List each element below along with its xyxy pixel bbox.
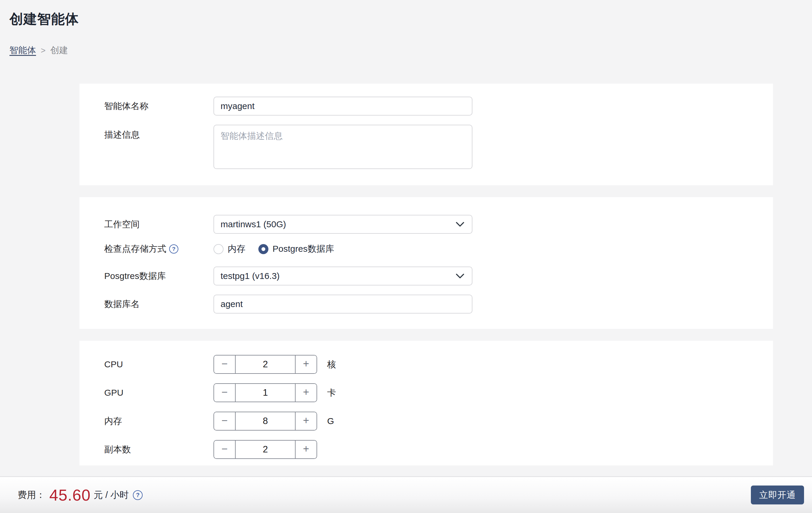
workspace-select[interactable]: martinws1 (50G): [213, 215, 472, 234]
fee-value: 45.60: [49, 486, 91, 504]
workspace-label: 工作空间: [104, 218, 140, 231]
postgres-db-label: Posgtres数据库: [104, 270, 166, 282]
checkpoint-storage-row: 检查点存储方式 ? 内存 Postgres数据库: [80, 243, 773, 255]
dbname-label: 数据库名: [104, 298, 140, 310]
breadcrumb-separator: >: [41, 46, 46, 55]
memory-decrement-button[interactable]: −: [214, 412, 235, 430]
storage-card: 工作空间 martinws1 (50G) 检查点存储方式 ? 内存: [80, 197, 773, 329]
agent-name-input[interactable]: [213, 97, 472, 115]
replicas-stepper: − 2 +: [213, 440, 317, 459]
cpu-decrement-button[interactable]: −: [214, 355, 235, 373]
replicas-increment-button[interactable]: +: [296, 440, 317, 458]
basic-info-card: 智能体名称 描述信息: [80, 84, 773, 185]
fee-label: 费用：: [18, 489, 45, 501]
fee-help-icon[interactable]: ?: [133, 490, 143, 500]
submit-button[interactable]: 立即开通: [751, 486, 804, 505]
cpu-stepper: − 2 +: [213, 355, 317, 374]
footer-bar: 费用： 45.60 元 / 小时 ? 立即开通: [0, 476, 812, 513]
workspace-row: 工作空间 martinws1 (50G): [80, 215, 773, 234]
postgres-selected-value: testpg1 (v16.3): [221, 271, 280, 281]
replicas-row: 副本数 − 2 +: [80, 440, 773, 459]
gpu-decrement-button[interactable]: −: [214, 384, 235, 402]
memory-unit: G: [327, 416, 334, 426]
resources-card: CPU − 2 + 核 GPU − 1 + 卡 内存 − 8 + G: [80, 341, 773, 465]
cpu-increment-button[interactable]: +: [296, 355, 317, 373]
dbname-row: 数据库名: [80, 295, 773, 314]
fee-unit: 元 / 小时: [94, 489, 129, 501]
radio-unselected-icon[interactable]: [213, 244, 224, 254]
description-label: 描述信息: [104, 129, 140, 141]
cpu-unit: 核: [327, 358, 336, 371]
cpu-label: CPU: [104, 359, 123, 369]
radio-option-memory[interactable]: 内存: [213, 243, 245, 255]
gpu-value[interactable]: 1: [235, 384, 296, 402]
page-title: 创建智能体: [9, 10, 812, 28]
gpu-label: GPU: [104, 388, 123, 398]
replicas-decrement-button[interactable]: −: [214, 440, 235, 458]
memory-stepper: − 8 +: [213, 412, 317, 431]
agent-name-row: 智能体名称: [80, 97, 773, 115]
agent-name-label: 智能体名称: [104, 100, 148, 112]
description-textarea[interactable]: [213, 125, 472, 169]
workspace-selected-value: martinws1 (50G): [221, 219, 286, 229]
chevron-down-icon: [456, 222, 464, 227]
fee-group: 费用： 45.60 元 / 小时 ?: [18, 486, 143, 504]
memory-label: 内存: [104, 415, 122, 427]
memory-value[interactable]: 8: [235, 412, 296, 430]
page-header: 创建智能体 智能体 > 创建: [0, 0, 812, 56]
memory-increment-button[interactable]: +: [296, 412, 317, 430]
radio-option-postgres[interactable]: Postgres数据库: [258, 243, 334, 255]
breadcrumb-current: 创建: [50, 44, 68, 56]
chevron-down-icon: [456, 274, 464, 279]
gpu-row: GPU − 1 + 卡: [80, 383, 773, 402]
cpu-row: CPU − 2 + 核: [80, 355, 773, 374]
gpu-increment-button[interactable]: +: [296, 384, 317, 402]
replicas-value[interactable]: 2: [235, 440, 296, 458]
description-row: 描述信息: [80, 125, 773, 169]
create-agent-form: 智能体名称 描述信息 工作空间 martinws1 (50G): [80, 84, 773, 465]
cpu-value[interactable]: 2: [235, 355, 296, 373]
replicas-label: 副本数: [104, 443, 131, 456]
postgres-db-row: Posgtres数据库 testpg1 (v16.3): [80, 267, 773, 286]
breadcrumb: 智能体 > 创建: [9, 44, 812, 56]
memory-row: 内存 − 8 + G: [80, 412, 773, 431]
checkpoint-help-icon[interactable]: ?: [169, 244, 178, 253]
radio-selected-icon[interactable]: [258, 244, 268, 254]
gpu-stepper: − 1 +: [213, 383, 317, 402]
postgres-db-select[interactable]: testpg1 (v16.3): [213, 267, 472, 286]
gpu-unit: 卡: [327, 387, 336, 399]
dbname-input[interactable]: [213, 295, 472, 314]
checkpoint-storage-label: 检查点存储方式: [104, 243, 166, 255]
breadcrumb-parent-link[interactable]: 智能体: [9, 44, 36, 56]
checkpoint-radio-group: 内存 Postgres数据库: [213, 243, 334, 255]
